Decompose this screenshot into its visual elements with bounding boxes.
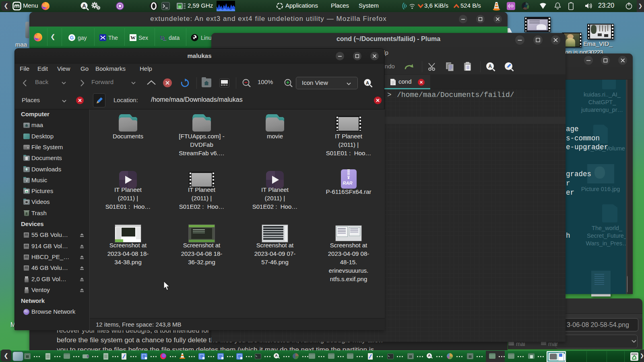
svg-text:A: A	[82, 3, 86, 9]
svg-text:A: A	[366, 80, 369, 85]
svg-text:A: A	[488, 64, 492, 69]
svg-text:G: G	[70, 35, 74, 41]
